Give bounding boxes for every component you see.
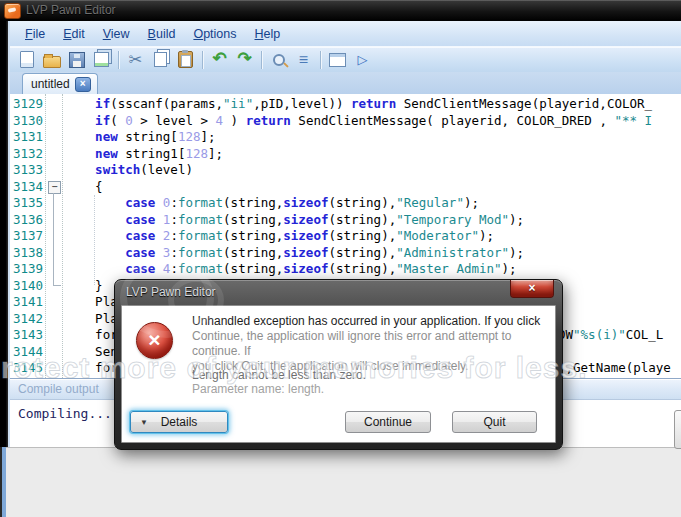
- save-button[interactable]: [64, 49, 89, 71]
- cut-icon: ✂: [129, 52, 142, 68]
- app-logo-icon: [4, 3, 21, 19]
- menu-accesskey: H: [255, 27, 264, 41]
- tab-close-icon[interactable]: ×: [75, 77, 91, 92]
- details-button[interactable]: ▼ Details: [130, 411, 228, 433]
- menu-item-help[interactable]: Help: [246, 24, 290, 44]
- line-number: 3133: [13, 162, 43, 179]
- code-line: new string[128];: [65, 129, 652, 146]
- new-window-icon: [329, 53, 346, 67]
- code-fragment: DW"%s(i)"COL_L: [558, 327, 663, 344]
- menu-item-options[interactable]: Options: [184, 24, 245, 44]
- menu-accesskey: B: [148, 27, 156, 41]
- menu-item-view[interactable]: View: [94, 24, 139, 44]
- code-line: case 3:format(string,sizeof(string),"Adm…: [65, 245, 652, 262]
- line-number: 3142: [13, 311, 43, 328]
- copy-icon: [154, 52, 167, 67]
- new-file-icon: [20, 51, 34, 68]
- tab-untitled[interactable]: untitled ×: [22, 73, 98, 94]
- line-number: 3131: [13, 129, 43, 146]
- cut-button[interactable]: ✂: [123, 49, 148, 71]
- redo-button[interactable]: ↷: [232, 49, 257, 71]
- save-all-icon: [94, 52, 109, 67]
- code-line: new string1[128];: [65, 146, 652, 163]
- code-line: switch(level): [65, 162, 652, 179]
- toolbar-separator: [118, 51, 119, 69]
- redo-icon: ↷: [237, 50, 251, 67]
- code-line: case 0:format(string,sizeof(string),"Reg…: [65, 195, 652, 212]
- window-title: LVP Pawn Editor: [26, 3, 116, 17]
- code-line: if(sscanf(params,"ii",pID,level)) return…: [65, 96, 652, 113]
- menu-item-file[interactable]: File: [16, 24, 54, 44]
- open-file-icon: [43, 56, 61, 68]
- exception-dialog: LVP Pawn Editor × × Unhandled exception …: [114, 279, 563, 450]
- continue-button[interactable]: Continue: [345, 411, 431, 433]
- search-button[interactable]: [266, 49, 291, 71]
- error-icon: ×: [136, 322, 173, 359]
- menu-item-edit[interactable]: Edit: [54, 24, 94, 44]
- tab-label: untitled: [31, 77, 70, 91]
- dialog-message: Unhandled exception has occurred in your…: [192, 314, 548, 374]
- line-number: 3144: [13, 344, 43, 361]
- menu-accesskey: F: [25, 27, 33, 41]
- code-line: case 4:format(string,sizeof(string),"Mas…: [65, 261, 652, 278]
- line-number: 3134: [13, 179, 43, 196]
- menu-bar: FileEditViewBuildOptionsHelp: [10, 21, 681, 47]
- tab-strip: untitled ×: [10, 72, 681, 94]
- dialog-title: LVP Pawn Editor: [126, 285, 216, 299]
- line-number: 3141: [13, 294, 43, 311]
- background-area: [0, 447, 681, 517]
- menu-accesskey: V: [103, 27, 111, 41]
- fold-line-end: [53, 285, 61, 286]
- code-fragment: ',GetName(playe: [558, 360, 671, 377]
- new-file-button[interactable]: [14, 49, 39, 71]
- line-number: 3135: [13, 195, 43, 212]
- gutter-separator: [45, 94, 46, 378]
- line-number: 3145: [13, 360, 43, 377]
- dialog-message-line: Unhandled exception has occurred in your…: [192, 314, 548, 329]
- window-titlebar[interactable]: LVP Pawn Editor: [0, 0, 681, 21]
- quit-button[interactable]: Quit: [452, 411, 537, 433]
- paste-icon: [178, 51, 193, 68]
- save-all-button[interactable]: [89, 49, 114, 71]
- screenshot-root: LVP Pawn Editor FileEditViewBuildOptions…: [0, 0, 681, 517]
- undo-icon: ↶: [212, 50, 226, 67]
- menu-accesskey: E: [63, 27, 71, 41]
- background-button-sliver: [674, 410, 681, 449]
- toolbar-separator: [202, 51, 203, 69]
- fold-line: [53, 193, 54, 285]
- compile-output-text: Compiling...: [18, 406, 112, 421]
- compile-output-title: Compile output: [18, 382, 99, 396]
- details-button-label: Details: [161, 415, 198, 429]
- menu-accesskey: O: [193, 27, 203, 41]
- toolbar-separator: [320, 51, 321, 69]
- toolbar: ✂↶↷≡▷: [10, 47, 681, 72]
- code-line: case 1:format(string,sizeof(string),"Tem…: [65, 212, 652, 229]
- undo-button[interactable]: ↶: [207, 49, 232, 71]
- quit-button-label: Quit: [483, 415, 505, 429]
- goto-line-icon: ≡: [299, 52, 308, 68]
- goto-line-button[interactable]: ≡: [291, 49, 316, 71]
- paste-button[interactable]: [173, 49, 198, 71]
- dialog-error-parameter: Parameter name: length.: [192, 382, 324, 396]
- open-file-button[interactable]: [39, 49, 64, 71]
- search-icon: [273, 54, 285, 66]
- line-number: 3132: [13, 146, 43, 163]
- gutter-numbers: 3129313031313132313331343135313631373138…: [13, 96, 43, 378]
- menu-item-build[interactable]: Build: [139, 24, 185, 44]
- run-icon: ▷: [358, 53, 368, 66]
- fold-collapse-icon[interactable]: −: [48, 181, 61, 194]
- run-button[interactable]: ▷: [350, 49, 375, 71]
- background-window-border: [2, 447, 6, 517]
- dialog-close-button[interactable]: ×: [510, 280, 554, 298]
- code-line: case 2:format(string,sizeof(string),"Mod…: [65, 228, 652, 245]
- line-number: 3137: [13, 228, 43, 245]
- new-window-button[interactable]: [325, 49, 350, 71]
- gutter-separator: [62, 94, 63, 378]
- toolbar-separator: [261, 51, 262, 69]
- dialog-content: × Unhandled exception has occurred in yo…: [121, 305, 556, 443]
- window-left-border: [0, 21, 8, 447]
- line-number: 3138: [13, 245, 43, 262]
- copy-button[interactable]: [148, 49, 173, 71]
- line-number: 3143: [13, 327, 43, 344]
- chevron-down-icon: ▼: [140, 418, 148, 427]
